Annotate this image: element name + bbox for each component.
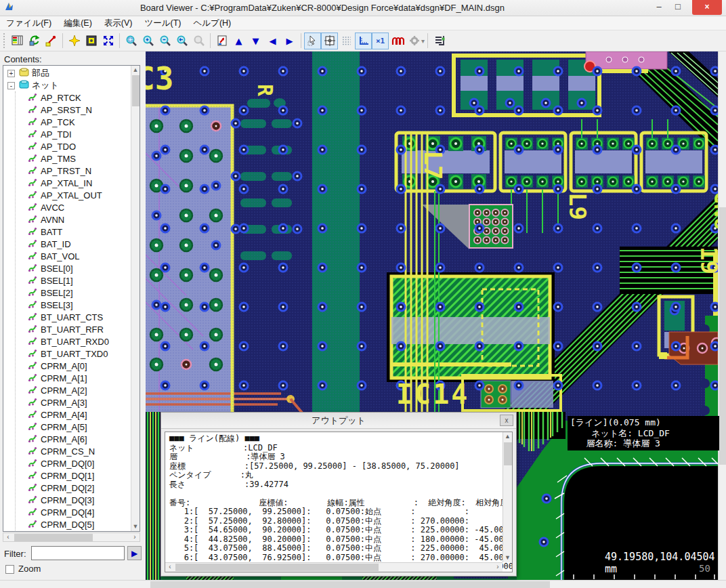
scroll-left-icon[interactable]: ‹ (3, 533, 13, 541)
scrollbar-thumb[interactable] (150, 581, 550, 588)
zoom-out-icon[interactable] (156, 33, 173, 49)
output-close-button[interactable]: x (500, 415, 513, 426)
net-list-item[interactable]: CPRM_DQ[3] (3, 494, 131, 506)
net-list-item[interactable]: AP_TMS (3, 152, 131, 165)
pan-up-icon[interactable]: ▲ (230, 33, 247, 49)
pin-icon[interactable] (43, 33, 60, 49)
net-list-item[interactable]: BT_UART_CTS (3, 311, 131, 323)
scroll-down-icon[interactable]: ▼ (131, 522, 140, 531)
ratsnest-icon[interactable] (389, 33, 406, 49)
close-button[interactable]: × (692, 0, 722, 15)
net-list-item[interactable]: BATT (3, 226, 131, 238)
output-horizontal-scrollbar[interactable]: ‹ › (165, 562, 503, 572)
grid-icon[interactable] (338, 33, 355, 49)
net-list-item[interactable]: AVCC (3, 201, 131, 213)
pick-mode-icon[interactable] (321, 33, 338, 49)
tree-vertical-scrollbar[interactable]: ▲ ▼ (131, 66, 140, 531)
tree-node-nets[interactable]: - ネット (3, 79, 131, 91)
menu-item[interactable]: 編集(E) (58, 16, 98, 30)
net-list-item[interactable]: CPRM_A[4] (3, 408, 131, 421)
canvas-vertical-scrollbar[interactable] (718, 51, 726, 580)
scroll-right-icon[interactable]: › (130, 533, 140, 541)
net-list-item[interactable]: CPRM_A[5] (3, 421, 131, 433)
pan-right-icon[interactable]: ▶ (281, 33, 298, 49)
select-mode-icon[interactable] (304, 33, 321, 49)
scroll-right-icon[interactable]: › (493, 563, 503, 571)
net-list-item[interactable]: CPRM_A[3] (3, 396, 131, 408)
net-list-item[interactable]: CPRM_DQ[2] (3, 482, 131, 494)
design-table-icon[interactable] (9, 33, 26, 49)
net-list-item[interactable]: BAT_VOL (3, 250, 131, 262)
menu-item[interactable]: ファイル(F) (0, 16, 58, 30)
net-list-item[interactable]: BSEL[0] (3, 262, 131, 274)
output-title-bar[interactable]: アウトプット x (161, 413, 516, 429)
contents-tree[interactable]: + 部品 - ネット AP_RTCK AP_SRST_N AP_TCK AP_T… (3, 65, 140, 532)
measure-icon[interactable] (355, 33, 372, 49)
net-list-item[interactable]: BSEL[3] (3, 299, 131, 311)
zoom-area-icon[interactable] (123, 33, 140, 49)
output-vertical-scrollbar[interactable]: ▲ ▼ (503, 432, 512, 562)
scale-x1-icon[interactable]: ×1 (372, 33, 389, 49)
filter-input[interactable] (31, 546, 125, 560)
output-window[interactable]: アウトプット x ■■■ ライン(配線) ■■■ネット :LCD_DF層 :導体… (161, 412, 517, 576)
filter-apply-button[interactable]: ▶ (127, 546, 142, 560)
net-list-item[interactable]: CPRM_DQ[5] (3, 518, 131, 530)
scroll-down-icon[interactable]: ▼ (503, 553, 512, 562)
net-list-item[interactable]: AP_RTCK (3, 91, 131, 104)
refresh-view-icon[interactable] (213, 33, 230, 49)
menu-item[interactable]: 表示(V) (98, 16, 139, 30)
net-list-item[interactable]: CPRM_DQ[0] (3, 457, 131, 469)
layer-list-icon[interactable] (431, 33, 448, 49)
scroll-left-icon[interactable]: ‹ (165, 563, 175, 571)
pan-left-icon[interactable]: ◀ (264, 33, 281, 49)
maximize-button[interactable]: □ (669, 0, 687, 15)
net-list-item[interactable]: CPRM_A[6] (3, 433, 131, 445)
scroll-up-icon[interactable]: ▲ (131, 66, 140, 75)
net-list-item[interactable]: AP_TDI (3, 128, 131, 140)
rotate-icon[interactable] (26, 33, 43, 49)
menu-item[interactable]: ヘルプ(H) (188, 16, 238, 30)
scroll-up-icon[interactable]: ▲ (503, 432, 512, 441)
net-list-item[interactable]: AP_TRST_N (3, 165, 131, 177)
scrollbar-thumb[interactable] (175, 564, 379, 571)
expand-icon[interactable]: + (7, 70, 15, 77)
minimize-button[interactable]: – (650, 0, 668, 15)
output-text-line: 3:[ 54.65000, 90.20000]: 0.07500:中点 : 22… (169, 526, 501, 535)
net-list-item[interactable]: CPRM_CS_N (3, 445, 131, 457)
board-settings-icon[interactable] (83, 33, 100, 49)
net-list-item[interactable]: AP_XTAL_OUT (3, 189, 131, 201)
zoom-in-icon[interactable] (140, 33, 156, 49)
tree-node-parts[interactable]: + 部品 (3, 67, 131, 79)
net-list-item[interactable]: AVNN (3, 213, 131, 226)
scrollbar-thumb[interactable] (132, 75, 140, 106)
gear-dropdown-icon[interactable]: ▾ (421, 37, 425, 45)
net-list-item[interactable]: BSEL[1] (3, 274, 131, 287)
net-list-item[interactable]: CPRM_A[0] (3, 360, 131, 372)
tree-horizontal-scrollbar[interactable]: ‹ › (3, 532, 140, 542)
net-list-item[interactable]: CPRM_DQ[4] (3, 506, 131, 518)
canvas-horizontal-scrollbar[interactable] (0, 580, 726, 588)
fit-view-icon[interactable] (100, 33, 116, 49)
net-list-item[interactable]: AP_TDO (3, 140, 131, 152)
menu-item[interactable]: ツール(T) (138, 16, 187, 30)
pan-down-icon[interactable]: ▼ (247, 33, 264, 49)
net-list-item[interactable]: AP_XTAL_IN (3, 177, 131, 189)
net-list-item[interactable]: CPRM_DQ[1] (3, 469, 131, 482)
net-list-item[interactable]: BT_UART_RXD0 (3, 335, 131, 348)
net-list-item[interactable]: BT_UART_TXD0 (3, 348, 131, 360)
net-list-item[interactable]: AP_TCK (3, 116, 131, 128)
scrollbar-thumb[interactable] (719, 207, 726, 465)
scrollbar-thumb[interactable] (14, 534, 93, 541)
net-list-item[interactable]: BT_UART_RFR (3, 323, 131, 335)
zoom-previous-icon[interactable] (173, 33, 190, 49)
net-list-item[interactable]: CPRM_A[2] (3, 384, 131, 396)
zoom-checkbox[interactable] (5, 565, 14, 574)
net-list-item[interactable]: BSEL[2] (3, 287, 131, 299)
net-list-item[interactable]: AP_SRST_N (3, 104, 131, 116)
collapse-icon[interactable]: - (7, 82, 15, 89)
scrollbar-thumb[interactable] (504, 442, 512, 465)
net-list-item[interactable]: CPRM_A[1] (3, 372, 131, 384)
highlight-icon[interactable] (66, 33, 83, 49)
gear-icon[interactable] (406, 33, 423, 49)
net-list-item[interactable]: BAT_ID (3, 238, 131, 250)
